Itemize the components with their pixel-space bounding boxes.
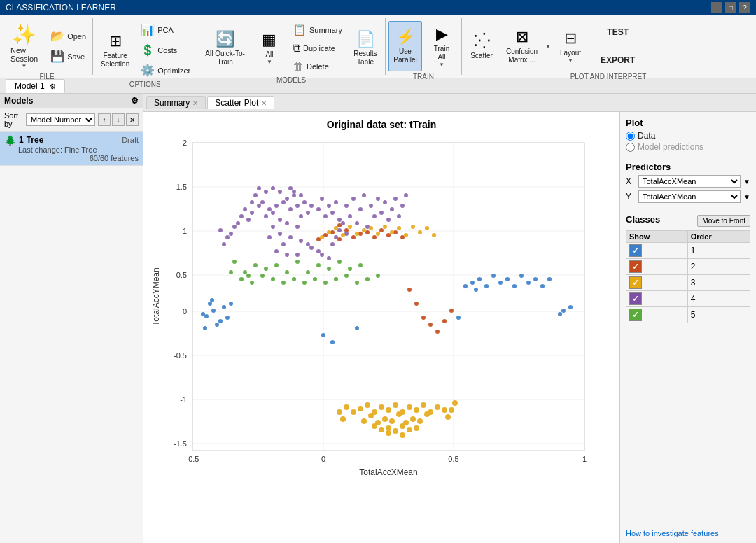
test-button[interactable]: TEST bbox=[596, 21, 640, 43]
use-parallel-button[interactable]: ⚡ UseParallel bbox=[388, 21, 422, 71]
svg-point-136 bbox=[321, 333, 326, 337]
maximize-button[interactable]: □ bbox=[725, 2, 736, 13]
y-predictor-select[interactable]: TotalAccYMean bbox=[638, 190, 741, 203]
svg-point-193 bbox=[435, 404, 440, 410]
svg-point-239 bbox=[302, 281, 307, 285]
svg-point-27 bbox=[274, 204, 279, 208]
svg-point-198 bbox=[382, 416, 388, 422]
close-scatter-tab[interactable]: ✕ bbox=[261, 99, 267, 107]
help-button[interactable]: ? bbox=[739, 2, 750, 13]
svg-point-132 bbox=[474, 288, 478, 292]
svg-point-99 bbox=[397, 214, 401, 218]
svg-point-234 bbox=[246, 274, 251, 278]
svg-point-41 bbox=[260, 200, 265, 204]
duplicate-button[interactable]: ⧉ Duplicate bbox=[289, 40, 346, 57]
results-table-button[interactable]: 📄 ResultsTable bbox=[349, 23, 382, 73]
svg-point-79 bbox=[320, 253, 324, 257]
tab-summary[interactable]: Summary ✕ bbox=[146, 96, 206, 109]
scatter-button[interactable]: ⁚⁛ Scatter bbox=[465, 21, 498, 71]
summary-button[interactable]: 📋 Summary bbox=[289, 21, 346, 38]
export-button[interactable]: EXPORT bbox=[596, 49, 640, 71]
results-table-label: ResultsTable bbox=[354, 50, 377, 66]
svg-point-194 bbox=[442, 407, 447, 413]
all-quick-to-train-label: All Quick-To-Train bbox=[205, 50, 245, 66]
sort-asc-button[interactable]: ↑ bbox=[98, 113, 111, 126]
svg-point-159 bbox=[442, 319, 447, 323]
svg-point-185 bbox=[379, 404, 384, 410]
svg-point-167 bbox=[341, 233, 345, 237]
models-panel-settings-icon: ⚙ bbox=[131, 96, 139, 106]
class-checkbox-3[interactable]: ✓ bbox=[629, 276, 642, 289]
all-label: All bbox=[265, 50, 273, 59]
class-checkbox-2[interactable]: ✓ bbox=[629, 260, 642, 273]
svg-point-102 bbox=[400, 204, 405, 208]
svg-point-80 bbox=[264, 190, 268, 194]
svg-point-86 bbox=[379, 211, 384, 215]
svg-point-28 bbox=[281, 200, 286, 204]
help-link[interactable]: How to investigate features bbox=[626, 529, 750, 537]
svg-point-181 bbox=[320, 235, 324, 239]
delete-button[interactable]: 🗑 Delete bbox=[289, 58, 346, 75]
svg-point-214 bbox=[386, 430, 391, 436]
sort-desc-button[interactable]: ↓ bbox=[112, 113, 125, 126]
train-all-button[interactable]: ▶ TrainAll ▼ bbox=[425, 21, 458, 71]
plot-expand-arrow[interactable]: ▼ bbox=[545, 43, 551, 50]
svg-point-50 bbox=[257, 204, 261, 208]
layout-button[interactable]: ⊟ Layout ▼ bbox=[554, 21, 587, 71]
svg-point-33 bbox=[302, 200, 307, 204]
all-quick-to-train-button[interactable]: 🔄 All Quick-To-Train bbox=[200, 23, 250, 73]
model-1-tab[interactable]: Model 1 ⚙ bbox=[6, 79, 65, 93]
svg-point-134 bbox=[568, 305, 573, 309]
svg-point-108 bbox=[204, 314, 209, 318]
class-checkbox-5[interactable]: ✓ bbox=[629, 309, 642, 321]
svg-point-224 bbox=[306, 270, 310, 274]
model-list-item[interactable]: 🌲 1 Tree Draft Last change: Fine Tree 60… bbox=[0, 132, 143, 166]
confusion-matrix-button[interactable]: ⊠ ConfusionMatrix ... bbox=[501, 21, 542, 71]
costs-button[interactable]: 💲 Costs bbox=[137, 41, 194, 59]
minimize-button[interactable]: − bbox=[711, 2, 722, 13]
svg-point-144 bbox=[351, 235, 356, 239]
plot-interpret-label: PLOT AND INTERPRET bbox=[465, 71, 752, 80]
plot-section-title: Plot bbox=[626, 118, 750, 128]
plot-section: Plot Data Model predictions bbox=[626, 118, 750, 153]
data-radio[interactable] bbox=[626, 132, 635, 141]
sort-delete-button[interactable]: ✕ bbox=[126, 113, 139, 126]
svg-point-54 bbox=[250, 211, 254, 215]
svg-point-216 bbox=[337, 409, 342, 415]
svg-point-230 bbox=[264, 267, 268, 271]
svg-point-84 bbox=[376, 197, 380, 201]
pca-button[interactable]: 📊 PCA bbox=[137, 21, 194, 38]
class-order-5: 5 bbox=[687, 307, 750, 323]
new-session-button[interactable]: ✨ NewSession ▼ bbox=[4, 21, 44, 71]
svg-point-105 bbox=[278, 190, 282, 194]
x-predictor-select[interactable]: TotalAccXMean bbox=[638, 175, 741, 188]
train-all-arrow: ▼ bbox=[439, 62, 444, 68]
tab-scatter-plot[interactable]: Scatter Plot ✕ bbox=[207, 96, 274, 109]
svg-point-197 bbox=[368, 413, 374, 418]
class-checkbox-1[interactable]: ✓ bbox=[629, 244, 642, 257]
svg-point-30 bbox=[285, 197, 289, 201]
class-checkbox-4[interactable]: ✓ bbox=[629, 292, 642, 305]
svg-text:TotalAccXMean: TotalAccXMean bbox=[359, 467, 417, 477]
save-label: Save bbox=[67, 52, 85, 61]
svg-point-168 bbox=[348, 225, 352, 229]
show-column-header: Show bbox=[626, 231, 688, 243]
svg-point-63 bbox=[348, 214, 352, 218]
svg-point-166 bbox=[334, 226, 338, 230]
plot-area: Original data set: tTrain bbox=[144, 112, 756, 543]
feature-selection-icon: ⊞ bbox=[109, 32, 122, 50]
all-button[interactable]: ▦ All ▼ bbox=[253, 23, 286, 73]
save-button[interactable]: 💾 Save bbox=[47, 48, 90, 65]
svg-point-125 bbox=[512, 284, 517, 288]
model-predictions-radio[interactable] bbox=[626, 143, 635, 152]
open-button[interactable]: 📂 Open bbox=[47, 27, 90, 45]
sort-select[interactable]: Model Number Accuracy Training Time bbox=[26, 113, 95, 126]
feature-selection-button[interactable]: ⊞ FeatureSelection bbox=[96, 25, 134, 76]
svg-point-171 bbox=[369, 226, 373, 230]
svg-point-43 bbox=[271, 225, 275, 229]
svg-text:-0.5: -0.5 bbox=[174, 351, 187, 360]
move-to-front-button[interactable]: Move to Front bbox=[697, 215, 750, 227]
svg-point-149 bbox=[386, 233, 391, 237]
close-summary-tab[interactable]: ✕ bbox=[192, 99, 198, 107]
optimizer-button[interactable]: ⚙️ Optimizer bbox=[137, 62, 194, 79]
